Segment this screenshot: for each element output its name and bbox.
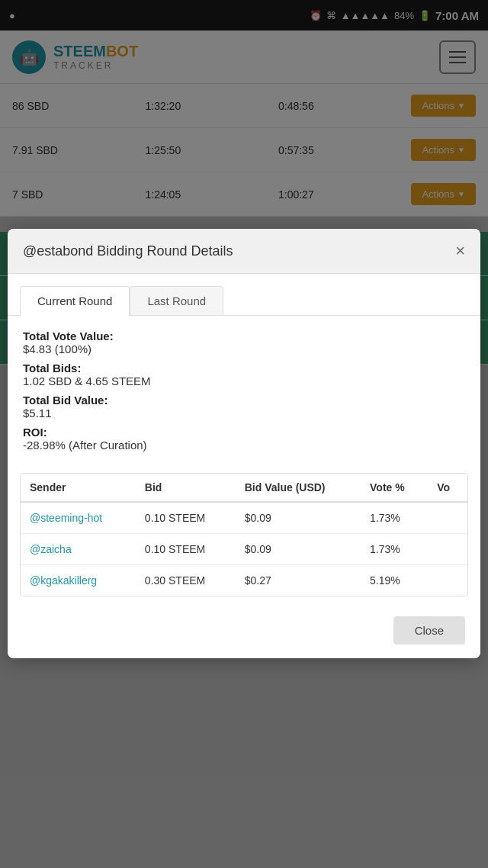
bids-table-wrapper: Sender Bid Bid Value (USD) Vote % Vo @st…: [20, 473, 468, 596]
vote-percent-cell: 1.73%: [361, 534, 428, 565]
modal-footer: Close: [8, 609, 480, 658]
bid-value-cell: $0.27: [236, 565, 361, 596]
sender-link[interactable]: @zaicha: [30, 543, 72, 555]
modal-title: @estabond Bidding Round Details: [23, 243, 233, 259]
close-button[interactable]: Close: [393, 616, 465, 645]
sender-link[interactable]: @steeming-hot: [30, 512, 102, 524]
stats-section: Total Vote Value: $4.83 (100%) Total Bid…: [8, 316, 480, 465]
vote-percent-cell: 1.73%: [361, 502, 428, 534]
table-row: @steeming-hot 0.10 STEEM $0.09 1.73%: [21, 502, 467, 534]
total-vote-value: $4.83 (100%): [23, 342, 465, 355]
total-bids-value: 1.02 SBD & 4.65 STEEM: [23, 375, 465, 387]
total-bid-value-label: Total Bid Value:: [23, 394, 465, 407]
bid-cell: 0.10 STEEM: [136, 502, 236, 534]
modal-header: @estabond Bidding Round Details ×: [8, 229, 480, 274]
bid-value-cell: $0.09: [236, 534, 361, 565]
bid-value-cell: $0.09: [236, 502, 361, 534]
sender-cell: @steeming-hot: [21, 502, 136, 534]
col-vote-percent: Vote %: [361, 474, 428, 502]
sender-cell: @zaicha: [21, 534, 136, 565]
table-row: @kgakakillerg 0.30 STEEM $0.27 5.19%: [21, 565, 467, 596]
sender-link[interactable]: @kgakakillerg: [30, 574, 97, 587]
total-bids-label: Total Bids:: [23, 362, 465, 375]
vo-cell: [428, 565, 467, 596]
bid-cell: 0.10 STEEM: [136, 534, 236, 565]
tab-last-round[interactable]: Last Round: [130, 286, 223, 315]
sender-cell: @kgakakillerg: [21, 565, 136, 596]
col-bid-value: Bid Value (USD): [236, 474, 361, 502]
bids-table-head: Sender Bid Bid Value (USD) Vote % Vo: [21, 474, 467, 502]
col-vo: Vo: [428, 474, 467, 502]
bids-table-body: @steeming-hot 0.10 STEEM $0.09 1.73% @za…: [21, 502, 467, 596]
total-bid-value: $5.11: [23, 407, 465, 420]
vo-cell: [428, 502, 467, 534]
modal-close-button[interactable]: ×: [455, 243, 465, 259]
total-vote-label: Total Vote Value:: [23, 330, 465, 342]
bids-table: Sender Bid Bid Value (USD) Vote % Vo @st…: [21, 474, 467, 596]
tabs-container: Current Round Last Round: [8, 274, 480, 316]
table-header-row: Sender Bid Bid Value (USD) Vote % Vo: [21, 474, 467, 502]
bid-cell: 0.30 STEEM: [136, 565, 236, 596]
vote-percent-cell: 5.19%: [361, 565, 428, 596]
roi-label: ROI:: [23, 426, 465, 439]
table-row: @zaicha 0.10 STEEM $0.09 1.73%: [21, 534, 467, 565]
modal-body: Current Round Last Round Total Vote Valu…: [8, 274, 480, 658]
tab-current-round[interactable]: Current Round: [20, 286, 130, 316]
roi-value: -28.98% (After Curation): [23, 439, 465, 452]
bidding-round-modal: @estabond Bidding Round Details × Curren…: [8, 229, 480, 658]
col-bid: Bid: [136, 474, 236, 502]
vo-cell: [428, 534, 467, 565]
col-sender: Sender: [21, 474, 136, 502]
